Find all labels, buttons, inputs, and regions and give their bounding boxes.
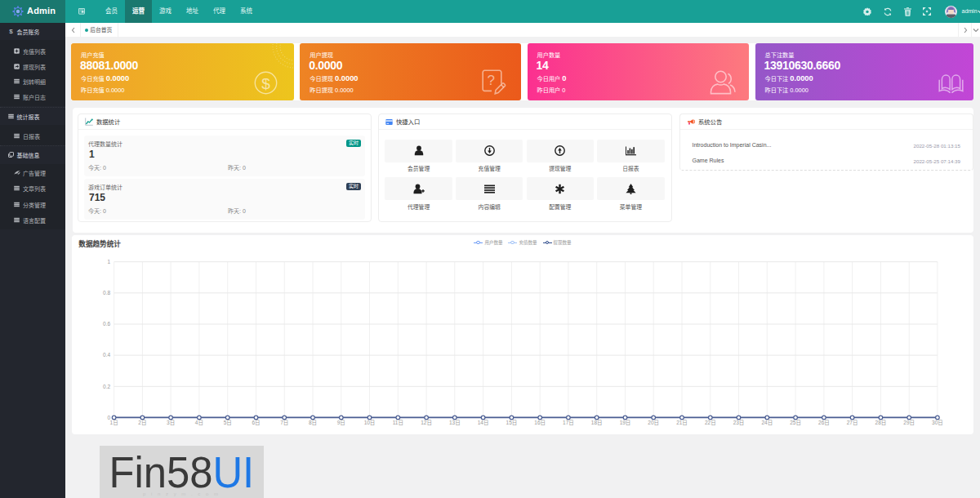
svg-text:11日: 11日: [393, 420, 403, 426]
svg-text:2日: 2日: [138, 420, 146, 426]
svg-text:0.2: 0.2: [103, 384, 110, 389]
svg-text:25日: 25日: [790, 420, 801, 426]
svg-text:29日: 29日: [903, 420, 915, 426]
svg-text:24日: 24日: [761, 420, 773, 426]
svg-text:18日: 18日: [591, 420, 603, 426]
svg-text:?: ?: [487, 73, 494, 88]
svg-text:12日: 12日: [421, 420, 432, 426]
svg-text:26日: 26日: [818, 420, 830, 426]
svg-text:23日: 23日: [733, 420, 745, 426]
svg-text:6日: 6日: [252, 420, 260, 426]
svg-text:0.8: 0.8: [103, 290, 110, 296]
svg-text:1日: 1日: [110, 420, 118, 426]
svg-text:7日: 7日: [280, 420, 288, 426]
svg-text:$: $: [9, 28, 13, 34]
svg-text:3日: 3日: [167, 420, 175, 426]
svg-text:27日: 27日: [847, 420, 858, 426]
svg-text:8日: 8日: [309, 420, 317, 426]
svg-text:20日: 20日: [648, 420, 659, 426]
svg-text:9日: 9日: [337, 420, 345, 426]
svg-text:30日: 30日: [932, 420, 943, 426]
svg-text:16日: 16日: [534, 420, 546, 426]
svg-text:0.4: 0.4: [103, 353, 110, 358]
svg-text:21日: 21日: [676, 420, 688, 426]
svg-text:1: 1: [107, 259, 110, 265]
svg-text:19日: 19日: [620, 420, 631, 426]
svg-text:22日: 22日: [705, 420, 716, 426]
svg-text:4日: 4日: [195, 420, 203, 426]
svg-text:28日: 28日: [875, 420, 887, 426]
svg-text:10日: 10日: [364, 420, 376, 426]
svg-text:13日: 13日: [449, 420, 461, 426]
svg-text:5日: 5日: [224, 420, 232, 426]
svg-text:0.6: 0.6: [103, 321, 110, 327]
svg-text:15日: 15日: [506, 420, 518, 426]
svg-text:$: $: [261, 74, 270, 91]
svg-text:14日: 14日: [478, 420, 489, 426]
svg-text:17日: 17日: [563, 420, 574, 426]
